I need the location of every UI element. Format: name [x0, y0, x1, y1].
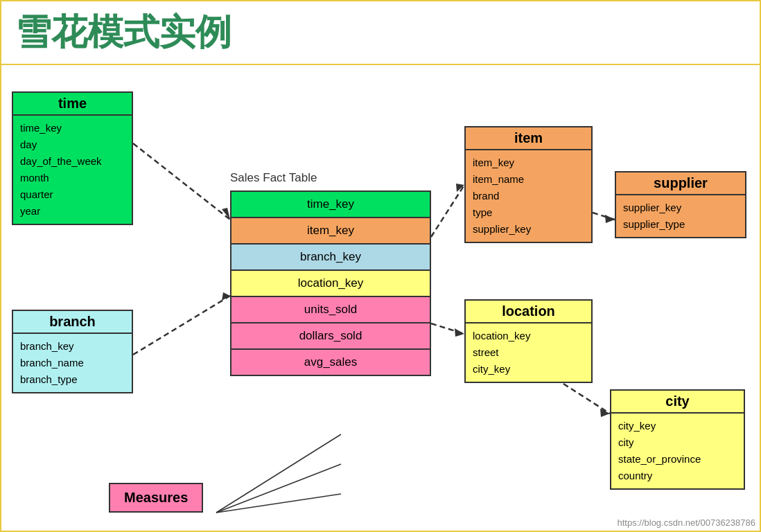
branch-table-header: branch — [13, 311, 132, 334]
svg-marker-7 — [456, 184, 464, 192]
fact-table-label: Sales Fact Table — [230, 171, 317, 185]
svg-marker-3 — [222, 292, 230, 301]
item-field-1: item_name — [473, 171, 584, 188]
time-field-1: day — [20, 136, 125, 153]
location-table-body: location_key street city_key — [466, 323, 591, 382]
item-field-2: brand — [473, 188, 584, 204]
fact-row-avg: avg_sales — [230, 348, 431, 376]
city-field-2: state_or_province — [618, 451, 737, 468]
supplier-table-body: supplier_key supplier_type — [616, 195, 745, 237]
location-field-0: location_key — [473, 328, 584, 344]
svg-marker-9 — [605, 215, 615, 223]
item-table-header: item — [466, 127, 591, 150]
city-field-0: city_key — [618, 418, 737, 434]
time-table-body: time_key day day_of_the_week month quart… — [13, 116, 132, 224]
branch-table-body: branch_key branch_name branch_type — [13, 334, 132, 392]
svg-line-2 — [133, 296, 230, 355]
svg-line-4 — [431, 323, 464, 334]
fact-row-dollars: dollars_sold — [230, 322, 431, 350]
svg-line-10 — [556, 379, 610, 414]
svg-marker-1 — [222, 208, 230, 220]
city-table: city city_key city state_or_province cou… — [610, 389, 745, 490]
supplier-table-header: supplier — [616, 172, 745, 195]
item-table-body: item_key item_name brand type supplier_k… — [466, 150, 591, 242]
branch-field-1: branch_name — [20, 355, 125, 371]
svg-line-0 — [133, 143, 230, 220]
supplier-field-1: supplier_type — [623, 216, 738, 233]
svg-line-8 — [593, 213, 615, 220]
supplier-field-0: supplier_key — [623, 200, 738, 216]
fact-row-units: units_sold — [230, 296, 431, 323]
svg-line-13 — [216, 464, 341, 513]
time-field-2: day_of_the_week — [20, 153, 125, 170]
time-table-header: time — [13, 93, 132, 116]
location-field-2: city_key — [473, 361, 584, 378]
time-field-5: year — [20, 203, 125, 220]
fact-row-branch: branch_key — [230, 243, 431, 271]
svg-line-14 — [216, 494, 341, 513]
fact-row-time: time_key — [230, 190, 431, 218]
page-title: 雪花模式实例 — [1, 1, 760, 65]
svg-marker-11 — [600, 409, 610, 417]
item-field-0: item_key — [473, 154, 584, 171]
city-field-3: country — [618, 468, 737, 484]
item-table: item item_key item_name brand type suppl… — [464, 126, 593, 243]
watermark: https://blog.csdn.net/00736238786 — [618, 517, 756, 528]
time-field-0: time_key — [20, 120, 125, 136]
fact-table: time_key item_key branch_key location_ke… — [230, 192, 431, 376]
svg-line-12 — [216, 434, 341, 513]
item-field-4: supplier_key — [473, 221, 584, 238]
city-field-1: city — [618, 434, 737, 451]
branch-field-0: branch_key — [20, 338, 125, 355]
svg-line-6 — [431, 185, 464, 237]
branch-table: branch branch_key branch_name branch_typ… — [12, 310, 133, 393]
item-field-3: type — [473, 204, 584, 221]
fact-row-location: location_key — [230, 269, 431, 297]
city-table-header: city — [611, 391, 744, 414]
time-field-4: quarter — [20, 186, 125, 203]
location-field-1: street — [473, 344, 584, 361]
diagram-area: time time_key day day_of_the_week month … — [1, 64, 761, 532]
page-container: 雪花模式实例 — [0, 0, 761, 532]
city-table-body: city_key city state_or_province country — [611, 414, 744, 488]
location-table-header: location — [466, 301, 591, 323]
time-table: time time_key day day_of_the_week month … — [12, 91, 133, 225]
location-table: location location_key street city_key — [464, 299, 593, 383]
branch-field-2: branch_type — [20, 371, 125, 388]
fact-row-item: item_key — [230, 217, 431, 245]
time-field-3: month — [20, 170, 125, 186]
svg-marker-5 — [455, 328, 464, 337]
supplier-table: supplier supplier_key supplier_type — [615, 171, 746, 238]
measures-label: Measures — [109, 483, 203, 513]
